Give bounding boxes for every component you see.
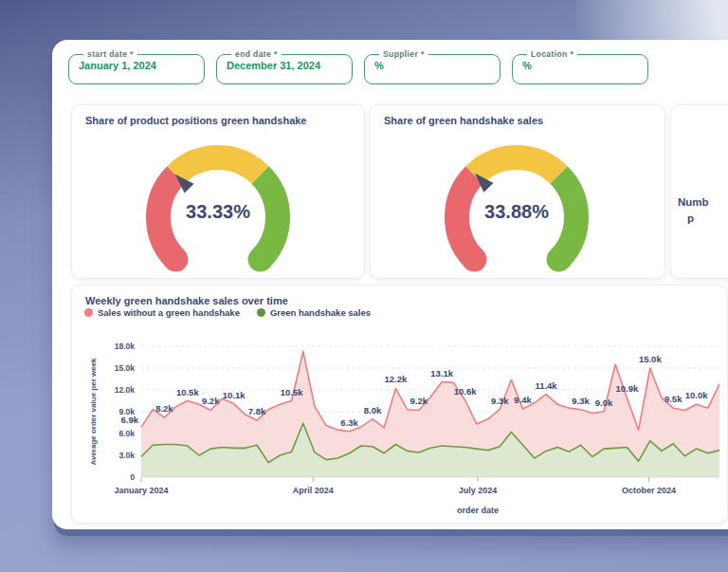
svg-text:April 2024: April 2024 [293,486,334,495]
start-date-value: January 1, 2024 [79,60,194,71]
svg-text:9.4k: 9.4k [514,395,532,405]
chart-legend: Sales without a green handshake Green ha… [84,307,371,318]
end-date-label: end date * [231,49,282,59]
svg-text:13.1k: 13.1k [430,368,453,378]
svg-text:10.0k: 10.0k [685,390,708,400]
svg-text:9.2k: 9.2k [410,396,428,406]
legend-dot-green [257,308,265,317]
gauge-chart-product-positions: 33.33% [72,105,364,278]
svg-text:10.5k: 10.5k [281,387,303,397]
svg-text:11.4k: 11.4k [535,380,557,391]
gauge-card-sales-share: Share of green handshake sales 33.88% [370,104,665,279]
screen: start date * January 1, 2024 end date * … [0,0,728,572]
svg-text:6.0k: 6.0k [118,429,135,438]
svg-text:January 2024: January 2024 [114,486,168,495]
location-label: Location * [527,49,577,59]
end-date-field[interactable]: end date * December 31, 2024 [216,49,353,84]
svg-text:33.33%: 33.33% [186,201,250,222]
x-axis-title: order date [457,506,499,515]
legend-item-green-handshake-sales[interactable]: Green handshake sales [257,307,371,318]
svg-text:9.0k: 9.0k [595,397,613,408]
stat-card-text-line2: p [687,212,694,224]
start-date-label: start date * [83,49,137,59]
legend-dot-red [84,308,93,317]
legend-label: Sales without a green handshake [98,307,240,318]
svg-text:9.2k: 9.2k [202,396,220,406]
supplier-field[interactable]: Supplier * % [364,49,500,84]
svg-text:15.0k: 15.0k [115,363,136,373]
svg-text:12.0k: 12.0k [115,385,136,395]
svg-text:33.88%: 33.88% [484,201,549,222]
svg-text:10.9k: 10.9k [616,383,639,394]
start-date-field[interactable]: start date * January 1, 2024 [68,49,205,84]
svg-text:18.0k: 18.0k [115,341,136,351]
gauge-chart-sales-share: 33.88% [371,105,663,278]
svg-text:0: 0 [130,472,135,482]
weekly-sales-chart-card: Weekly green handshake sales over time S… [71,285,728,524]
chart-title: Weekly green handshake sales over time [85,295,288,306]
svg-text:8.2k: 8.2k [155,403,173,414]
svg-text:8.0k: 8.0k [364,405,382,415]
location-value: % [522,60,638,71]
svg-text:10.6k: 10.6k [454,386,477,397]
svg-text:July 2024: July 2024 [459,486,498,495]
svg-text:9.3k: 9.3k [491,396,509,406]
svg-text:10.5k: 10.5k [176,387,199,397]
dashboard-panel: start date * January 1, 2024 end date * … [52,40,728,529]
end-date-value: December 31, 2024 [227,60,342,71]
legend-item-sales-without-handshake[interactable]: Sales without a green handshake [84,307,240,318]
weekly-sales-area-chart: 18.0k15.0k12.0k9.0k6.0k3.0k0January 2024… [72,327,727,523]
legend-label: Green handshake sales [270,307,371,318]
stat-card-partial: Numb p [670,104,728,279]
stat-card-text-line1: Numb [678,196,709,208]
svg-text:6.3k: 6.3k [340,417,358,428]
svg-text:15.0k: 15.0k [639,354,662,364]
filter-bar: start date * January 1, 2024 end date * … [68,49,648,84]
supplier-label: Supplier * [379,49,428,59]
svg-text:6.9k: 6.9k [121,415,139,425]
svg-text:3.0k: 3.0k [118,451,135,460]
location-field[interactable]: Location * % [512,49,648,84]
svg-text:7.8k: 7.8k [248,406,266,416]
svg-text:October 2024: October 2024 [622,486,676,495]
gauge-card-product-positions: Share of product positions green handsha… [71,104,365,279]
supplier-value: % [374,60,490,71]
svg-text:9.3k: 9.3k [572,396,590,406]
svg-text:9.5k: 9.5k [664,394,682,404]
page-background-highlight [576,0,728,44]
svg-text:10.1k: 10.1k [223,390,246,400]
svg-text:12.2k: 12.2k [385,374,408,384]
